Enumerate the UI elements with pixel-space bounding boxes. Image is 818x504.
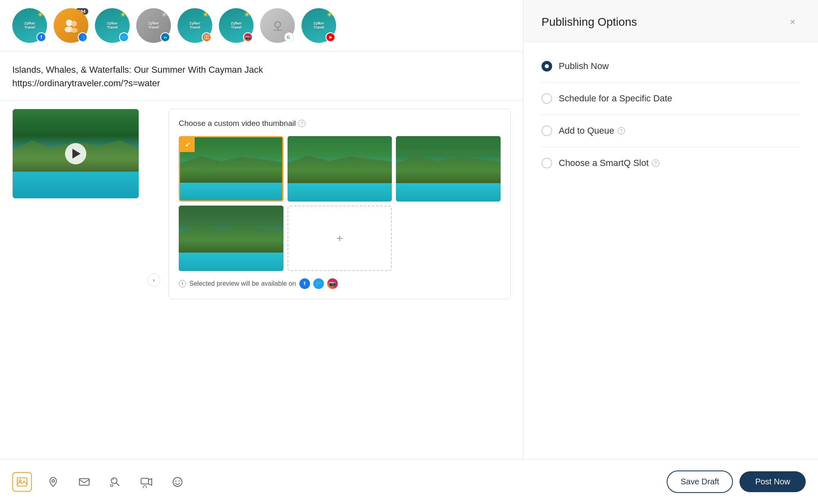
option-queue-row: Add to Queue ? bbox=[559, 125, 625, 136]
thumbnail-help-icon[interactable]: ? bbox=[298, 120, 306, 127]
save-draft-button[interactable]: Save Draft bbox=[667, 470, 733, 493]
svg-point-15 bbox=[173, 477, 182, 486]
available-tw-icon: 🐦 bbox=[313, 278, 324, 289]
scroll-right-arrow[interactable]: › bbox=[147, 273, 160, 287]
option-queue-label: Add to Queue bbox=[559, 125, 614, 136]
account-fb[interactable]: ☀ ZylkerTravel f bbox=[12, 8, 47, 43]
fb-badge: f bbox=[36, 32, 46, 42]
account-instagram[interactable]: ☀ ZylkerTravel 📷 bbox=[219, 8, 254, 43]
bottom-toolbar: Save Draft Post Now bbox=[0, 459, 818, 504]
left-panel: ☀ ZylkerTravel f 194 👥 bbox=[0, 0, 524, 459]
yt-badge: ▶ bbox=[326, 32, 335, 42]
emoji-icon-btn[interactable] bbox=[168, 472, 187, 492]
post-now-button[interactable]: Post Now bbox=[739, 471, 806, 492]
account-google[interactable]: G bbox=[260, 8, 295, 43]
radio-smartq[interactable] bbox=[542, 158, 552, 168]
available-info-icon[interactable]: ℹ bbox=[179, 280, 186, 287]
li-badge: in bbox=[160, 32, 170, 42]
video-settings-icon-btn[interactable] bbox=[137, 472, 156, 492]
svg-rect-12 bbox=[110, 485, 113, 486]
available-fb-icon: f bbox=[299, 278, 310, 289]
media-search-icon-btn[interactable] bbox=[106, 472, 125, 492]
available-ig-icon: 📷 bbox=[327, 278, 338, 289]
option-schedule-label: Schedule for a Specific Date bbox=[559, 93, 672, 104]
location-icon-btn[interactable] bbox=[43, 472, 63, 492]
account-twitter[interactable]: ☀ ZylkerTravel 🐦 bbox=[95, 8, 130, 43]
queue-help-icon[interactable]: ? bbox=[618, 127, 625, 134]
thumbnail-4[interactable] bbox=[179, 206, 283, 271]
radio-publish-now[interactable] bbox=[542, 61, 552, 72]
gm-badge: G bbox=[284, 32, 294, 42]
svg-point-17 bbox=[179, 480, 180, 482]
publishing-options-list: Publish Now Schedule for a Specific Date… bbox=[524, 42, 818, 187]
svg-point-1 bbox=[71, 21, 77, 27]
publishing-options-header: Publishing Options × bbox=[524, 0, 818, 42]
thumbnail-3[interactable] bbox=[396, 136, 501, 202]
option-smartq-label: Choose a SmartQ Slot bbox=[559, 158, 649, 168]
svg-point-4 bbox=[275, 22, 281, 27]
svg-point-9 bbox=[52, 479, 54, 482]
post-title: Islands, Whales, & Waterfalls: Our Summe… bbox=[12, 63, 511, 76]
post-url: https://ordinarytraveler.com/?s=water bbox=[12, 78, 511, 89]
toolbar-actions: Save Draft Post Now bbox=[667, 470, 806, 493]
account-youtube[interactable]: ☀ ZylkerTravel ▶ bbox=[301, 8, 336, 43]
accounts-row: ☀ ZylkerTravel f 194 👥 bbox=[0, 0, 523, 52]
svg-point-3 bbox=[70, 28, 78, 33]
option-schedule[interactable]: Schedule for a Specific Date bbox=[542, 83, 800, 115]
publishing-options-title: Publishing Options bbox=[542, 16, 637, 29]
option-queue[interactable]: Add to Queue ? bbox=[542, 115, 800, 147]
option-publish-now-label: Publish Now bbox=[559, 61, 609, 72]
thumbnails-grid: ✓ bbox=[179, 136, 501, 271]
play-button[interactable] bbox=[65, 143, 86, 164]
thumbnail-panel: Choose a custom video thumbnail ? ✓ bbox=[169, 109, 511, 299]
post-content: Islands, Whales, & Waterfalls: Our Summe… bbox=[0, 52, 523, 101]
right-panel: Publishing Options × Publish Now Schedul… bbox=[524, 0, 818, 459]
thumbnail-2[interactable] bbox=[288, 136, 392, 202]
tw-badge: 🐦 bbox=[119, 32, 129, 42]
image-icon-btn[interactable] bbox=[12, 472, 32, 492]
toolbar-icons bbox=[12, 472, 187, 492]
account-linkedin[interactable]: ☀ ZylkerTravel in bbox=[136, 8, 171, 43]
email-icon-btn[interactable] bbox=[74, 472, 94, 492]
option-smartq-row: Choose a SmartQ Slot ? bbox=[559, 158, 659, 168]
svg-rect-7 bbox=[17, 478, 27, 486]
video-preview[interactable] bbox=[12, 109, 139, 199]
zo-badge: 🇿 bbox=[202, 32, 211, 42]
account-team[interactable]: 194 👥 bbox=[54, 8, 88, 43]
add-thumbnail-button[interactable]: + bbox=[288, 206, 392, 271]
thumbnail-title: Choose a custom video thumbnail ? bbox=[179, 119, 501, 128]
radio-schedule[interactable] bbox=[542, 93, 552, 104]
close-button[interactable]: × bbox=[785, 15, 800, 29]
option-publish-now[interactable]: Publish Now bbox=[542, 50, 800, 83]
radio-queue[interactable] bbox=[542, 125, 552, 136]
svg-point-16 bbox=[175, 480, 177, 482]
svg-text:G: G bbox=[287, 35, 290, 40]
svg-rect-13 bbox=[141, 478, 148, 484]
play-icon bbox=[72, 149, 81, 159]
media-area: › Choose a custom video thumbnail ? ✓ bbox=[0, 101, 523, 459]
team-badge: 👥 bbox=[78, 32, 88, 42]
thumbnail-check: ✓ bbox=[180, 137, 195, 152]
option-smartq[interactable]: Choose a SmartQ Slot ? bbox=[542, 147, 800, 179]
svg-rect-10 bbox=[79, 479, 89, 485]
radio-inner bbox=[545, 64, 549, 68]
ig-badge: 📷 bbox=[243, 32, 253, 42]
account-zoho[interactable]: ☀ ZylkerTravel 🇿 bbox=[178, 8, 212, 43]
thumbnail-1[interactable]: ✓ bbox=[179, 136, 283, 202]
smartq-help-icon[interactable]: ? bbox=[652, 159, 659, 167]
available-on-row: ℹ Selected preview will be available on … bbox=[179, 278, 501, 289]
